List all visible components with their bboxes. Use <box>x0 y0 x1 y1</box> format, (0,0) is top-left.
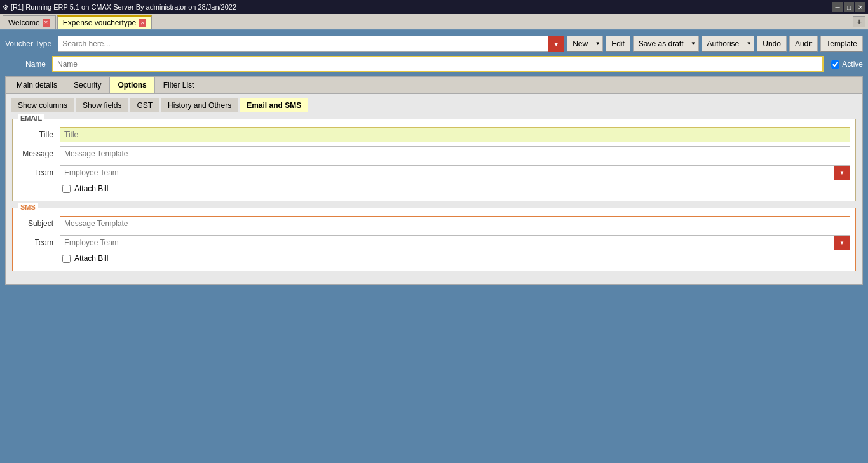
email-team-input[interactable] <box>60 166 834 180</box>
app-icon: ⚙ <box>3 4 8 11</box>
sms-section: SMS Subject Team ▼ <box>12 208 856 271</box>
email-attach-bill-row: Attach Bill <box>18 184 850 193</box>
toolbar-row: Voucher Type ▼ New ▼ Edit Save as draft … <box>5 36 863 52</box>
sms-team-row: Team ▼ <box>18 235 850 250</box>
tab-welcome-label: Welcome <box>8 18 40 27</box>
email-title-input[interactable] <box>60 127 850 142</box>
sms-attach-bill-label: Attach Bill <box>74 254 108 263</box>
undo-button[interactable]: Undo <box>757 36 787 52</box>
sub-tab-email-sms[interactable]: Email and SMS <box>240 98 308 112</box>
email-message-label: Message <box>18 149 56 158</box>
nav-tab-main-details[interactable]: Main details <box>8 77 65 93</box>
new-button-group: New ▼ <box>567 36 603 52</box>
tab-bar: Welcome ✕ Expense vouchertype ✕ + <box>0 14 868 30</box>
active-checkbox-group: Active <box>831 60 863 69</box>
active-checkbox[interactable] <box>831 60 839 69</box>
sms-team-input[interactable] <box>60 236 834 250</box>
tab-welcome-close[interactable]: ✕ <box>43 19 50 27</box>
voucher-type-dropdown-btn[interactable]: ▼ <box>548 36 564 52</box>
sub-tab-show-columns[interactable]: Show columns <box>11 98 74 112</box>
voucher-type-input[interactable] <box>58 36 564 52</box>
tab-expense-close[interactable]: ✕ <box>139 19 146 27</box>
email-section: EMAIL Title Message Team <box>12 119 856 201</box>
minimize-button[interactable]: ─ <box>832 2 843 12</box>
tab-welcome[interactable]: Welcome ✕ <box>3 15 56 29</box>
email-message-input[interactable] <box>60 146 850 161</box>
sub-tab-gst[interactable]: GST <box>130 98 159 112</box>
sms-legend: SMS <box>18 203 38 211</box>
voucher-type-search: ▼ <box>58 36 564 52</box>
sub-tabs: Show columns Show fields GST History and… <box>6 94 862 112</box>
title-bar: ⚙ [R1] Running ERP 5.1 on CMAX Server By… <box>0 0 868 14</box>
save-draft-button[interactable]: Save as draft <box>633 36 689 52</box>
sms-team-dropdown-btn[interactable]: ▼ <box>834 236 850 250</box>
name-input[interactable] <box>52 56 824 72</box>
sms-attach-bill-row: Attach Bill <box>18 254 850 263</box>
sms-attach-bill-checkbox[interactable] <box>62 255 71 263</box>
email-team-dropdown-btn[interactable]: ▼ <box>834 166 850 180</box>
content-card: Main details Security Options Filter Lis… <box>5 76 863 285</box>
nav-tab-security[interactable]: Security <box>65 77 109 93</box>
save-draft-group: Save as draft ▼ <box>633 36 699 52</box>
save-draft-dropdown-btn[interactable]: ▼ <box>689 36 699 52</box>
nav-tabs: Main details Security Options Filter Lis… <box>6 77 862 94</box>
email-attach-bill-checkbox[interactable] <box>62 185 71 193</box>
sms-team-label: Team <box>18 238 56 247</box>
sms-subject-label: Subject <box>18 219 56 228</box>
sms-team-dropdown: ▼ <box>60 235 850 250</box>
email-team-label: Team <box>18 168 56 177</box>
new-dropdown-btn[interactable]: ▼ <box>593 36 603 52</box>
main-content: Voucher Type ▼ New ▼ Edit Save as draft … <box>0 30 868 290</box>
email-legend: EMAIL <box>18 114 44 122</box>
email-team-dropdown: ▼ <box>60 165 850 180</box>
tab-expense-label: Expense vouchertype <box>63 18 136 27</box>
template-button[interactable]: Template <box>820 36 863 52</box>
email-attach-bill-label: Attach Bill <box>74 184 108 193</box>
maximize-button[interactable]: □ <box>844 2 854 12</box>
new-button[interactable]: New <box>567 36 593 52</box>
nav-tab-options[interactable]: Options <box>109 77 154 93</box>
sub-tab-show-fields[interactable]: Show fields <box>76 98 128 112</box>
audit-button[interactable]: Audit <box>789 36 818 52</box>
authorise-group: Authorise ▼ <box>702 36 755 52</box>
close-button[interactable]: ✕ <box>855 2 865 12</box>
form-area: EMAIL Title Message Team <box>6 112 862 284</box>
sms-subject-input[interactable] <box>60 216 850 231</box>
sms-subject-row: Subject <box>18 216 850 231</box>
active-label: Active <box>842 60 863 69</box>
email-title-row: Title <box>18 127 850 142</box>
window-controls: ─ □ ✕ <box>832 2 865 12</box>
authorise-button[interactable]: Authorise <box>702 36 745 52</box>
authorise-dropdown-btn[interactable]: ▼ <box>744 36 754 52</box>
sub-tab-history-others[interactable]: History and Others <box>161 98 238 112</box>
tab-expense-vouchertype[interactable]: Expense vouchertype ✕ <box>57 15 152 29</box>
name-row: Name Active <box>5 56 863 72</box>
edit-button[interactable]: Edit <box>606 36 630 52</box>
voucher-type-label: Voucher Type <box>5 39 55 48</box>
email-title-label: Title <box>18 130 56 139</box>
add-tab-button[interactable]: + <box>853 16 865 27</box>
name-label: Name <box>5 60 50 69</box>
email-team-row: Team ▼ <box>18 165 850 180</box>
title-bar-text: [R1] Running ERP 5.1 on CMAX Server By a… <box>11 3 236 11</box>
email-message-row: Message <box>18 146 850 161</box>
nav-tab-filter-list[interactable]: Filter List <box>155 77 203 93</box>
